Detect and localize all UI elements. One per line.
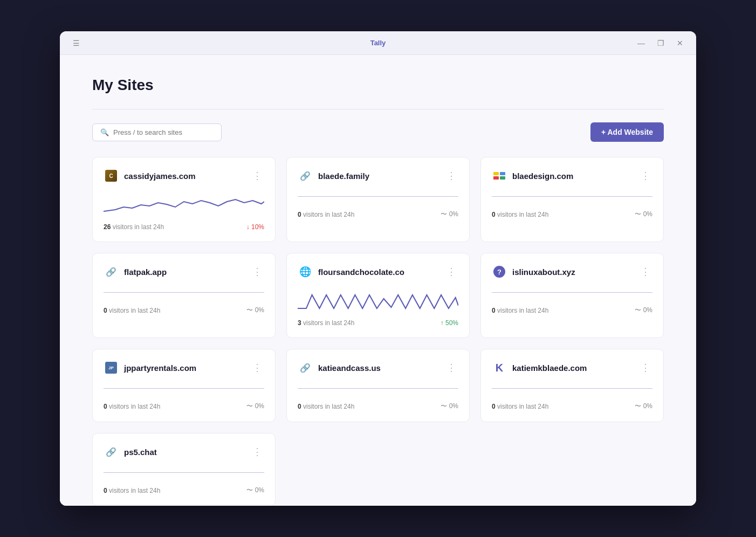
change-badge: 〜 0%: [246, 402, 264, 411]
flat-chart: [104, 292, 264, 293]
maximize-button[interactable]: ❐: [653, 36, 668, 51]
card-title-area: 🔗 blaede.family: [298, 168, 369, 183]
main-content: My Sites 🔍 + Add Website C cassidyjames.…: [60, 55, 696, 506]
site-card-blaede-family[interactable]: 🔗 blaede.family ⋮ 0 visitors in last 24h…: [286, 157, 470, 242]
card-footer: 0 visitors in last 24h 〜 0%: [492, 402, 652, 411]
search-input[interactable]: [113, 128, 214, 136]
card-title-area: 🔗 flatpak.app: [104, 264, 167, 279]
site-icon-link: 🔗: [298, 168, 313, 183]
window-controls: — ❐ ✕: [634, 36, 688, 51]
visitors-count: 0 visitors in last 24h: [492, 307, 548, 314]
card-footer: 0 visitors in last 24h 〜 0%: [104, 306, 264, 315]
app-title: Tally: [370, 39, 386, 47]
link-icon: 🔗: [300, 171, 311, 181]
site-card-katieandcass[interactable]: 🔗 katieandcass.us ⋮ 0 visitors in last 2…: [286, 349, 470, 422]
visitors-count: 26 visitors in last 24h: [104, 223, 164, 231]
add-website-button[interactable]: + Add Website: [590, 122, 664, 142]
site-name: jppartyrentals.com: [124, 363, 196, 373]
card-menu-button[interactable]: ⋮: [444, 266, 458, 278]
site-icon-link: 🔗: [104, 444, 119, 459]
menu-button[interactable]: ☰: [68, 36, 84, 51]
visitors-count: 0 visitors in last 24h: [492, 403, 548, 410]
visitors-count: 0 visitors in last 24h: [104, 403, 160, 410]
visitors-count: 0 visitors in last 24h: [298, 211, 354, 218]
flat-chart: [492, 388, 652, 389]
site-card-ps5chat[interactable]: 🔗 ps5.chat ⋮ 0 visitors in last 24h 〜 0%: [92, 433, 276, 506]
card-title-area: ? islinuxabout.xyz: [492, 264, 575, 279]
site-name: floursandchocolate.co: [318, 267, 404, 277]
minimize-button[interactable]: —: [634, 36, 649, 51]
toolbar: 🔍 + Add Website: [92, 122, 664, 142]
visitors-count: 0 visitors in last 24h: [492, 211, 548, 218]
site-name: flatpak.app: [124, 267, 167, 277]
k-letter: K: [496, 362, 503, 374]
link-icon: 🔗: [106, 267, 116, 277]
site-name: cassidyjames.com: [124, 171, 196, 181]
card-menu-button[interactable]: ⋮: [250, 266, 264, 278]
page-title: My Sites: [92, 77, 664, 94]
site-icon-question: ?: [492, 264, 507, 279]
site-name: blaede.family: [318, 171, 369, 181]
card-menu-button[interactable]: ⋮: [250, 170, 264, 182]
site-card-islinuxabout[interactable]: ? islinuxabout.xyz ⋮ 0 visitors in last …: [480, 253, 664, 338]
card-footer: 0 visitors in last 24h 〜 0%: [104, 486, 264, 495]
site-icon-globe: 🌐: [298, 264, 313, 279]
change-badge: 〜 0%: [441, 402, 458, 411]
card-footer: 0 visitors in last 24h 〜 0%: [492, 210, 652, 219]
search-box[interactable]: 🔍: [92, 123, 222, 141]
site-card-floursandchocolate[interactable]: 🌐 floursandchocolate.co ⋮ 3 visitors in …: [286, 253, 470, 338]
titlebar: ☰ Tally — ❐ ✕: [60, 31, 696, 55]
visitors-count: 0 visitors in last 24h: [298, 403, 354, 410]
card-footer: 3 visitors in last 24h ↑ 50%: [298, 319, 458, 327]
app-window: ☰ Tally — ❐ ✕ My Sites 🔍 + Add Website: [60, 31, 696, 506]
site-card-blaedesign[interactable]: blaedesign.com ⋮ 0 visitors in last 24h …: [480, 157, 664, 242]
site-icon-link: 🔗: [104, 264, 119, 279]
card-menu-button[interactable]: ⋮: [638, 362, 652, 374]
site-card-jppartyrentals[interactable]: JP jppartyrentals.com ⋮ 0 visitors in la…: [92, 349, 276, 422]
visitors-count: 0 visitors in last 24h: [104, 487, 160, 494]
card-title-area: 🌐 floursandchocolate.co: [298, 264, 404, 279]
titlebar-menu: ☰: [68, 36, 84, 51]
card-menu-button[interactable]: ⋮: [638, 266, 652, 278]
flat-chart: [298, 388, 458, 389]
card-menu-button[interactable]: ⋮: [250, 446, 264, 458]
close-button[interactable]: ✕: [672, 36, 688, 51]
card-header: K katiemkblaede.com ⋮: [492, 360, 652, 375]
card-menu-button[interactable]: ⋮: [638, 170, 652, 182]
change-badge: 〜 0%: [635, 306, 652, 315]
visitors-count: 3 visitors in last 24h: [298, 319, 354, 327]
card-title-area: JP jppartyrentals.com: [104, 360, 196, 375]
card-header: 🔗 katieandcass.us ⋮: [298, 360, 458, 375]
card-footer: 0 visitors in last 24h 〜 0%: [298, 402, 458, 411]
site-name: katiemkblaede.com: [512, 363, 587, 373]
site-favicon-cassidyjames: C: [104, 168, 119, 183]
change-badge: 〜 0%: [246, 306, 264, 315]
change-badge: 〜 0%: [635, 210, 652, 219]
chart-area: [104, 191, 264, 217]
flat-chart: [104, 388, 264, 389]
site-card-cassidyjames[interactable]: C cassidyjames.com ⋮ 26 visitors in last…: [92, 157, 276, 242]
change-badge: ↓ 10%: [246, 223, 264, 231]
card-header: 🌐 floursandchocolate.co ⋮: [298, 264, 458, 279]
card-header: JP jppartyrentals.com ⋮: [104, 360, 264, 375]
card-header: 🔗 ps5.chat ⋮: [104, 444, 264, 459]
card-footer: 26 visitors in last 24h ↓ 10%: [104, 223, 264, 231]
card-menu-button[interactable]: ⋮: [444, 170, 458, 182]
change-badge: 〜 0%: [635, 402, 652, 411]
card-header: ? islinuxabout.xyz ⋮: [492, 264, 652, 279]
card-title-area: 🔗 ps5.chat: [104, 444, 157, 459]
site-card-katiemkblaede[interactable]: K katiemkblaede.com ⋮ 0 visitors in last…: [480, 349, 664, 422]
site-card-flatpak[interactable]: 🔗 flatpak.app ⋮ 0 visitors in last 24h 〜…: [92, 253, 276, 338]
card-menu-button[interactable]: ⋮: [250, 362, 264, 374]
card-menu-button[interactable]: ⋮: [444, 362, 458, 374]
card-header: blaedesign.com ⋮: [492, 168, 652, 183]
card-header: C cassidyjames.com ⋮: [104, 168, 264, 183]
sites-grid: C cassidyjames.com ⋮ 26 visitors in last…: [92, 157, 664, 506]
site-name: blaedesign.com: [512, 171, 573, 181]
site-icon-link: 🔗: [298, 360, 313, 375]
search-icon: 🔍: [100, 128, 109, 136]
flat-chart: [492, 196, 652, 197]
card-footer: 0 visitors in last 24h 〜 0%: [298, 210, 458, 219]
card-footer: 0 visitors in last 24h 〜 0%: [492, 306, 652, 315]
link-icon: 🔗: [300, 363, 311, 373]
